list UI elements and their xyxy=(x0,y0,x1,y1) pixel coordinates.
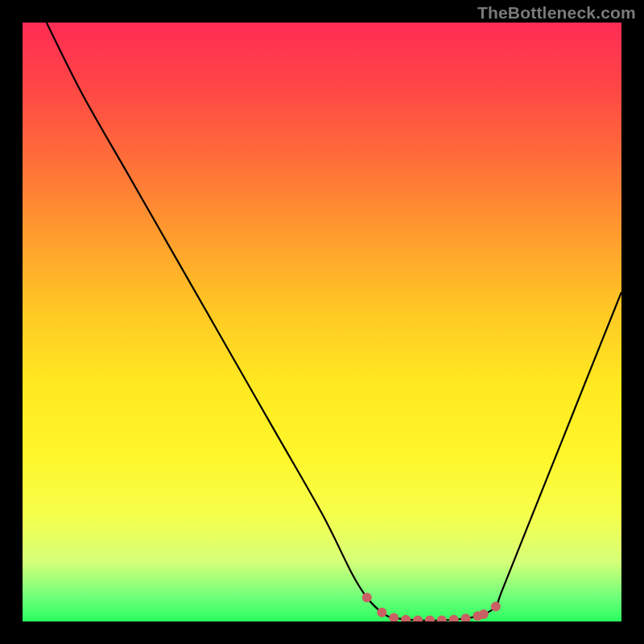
sweet-spot-marker xyxy=(491,601,501,611)
sweet-spot-marker xyxy=(401,615,411,621)
sweet-spot-marker xyxy=(425,616,435,621)
chart-svg xyxy=(23,23,621,621)
chart-plot-area xyxy=(23,23,621,621)
sweet-spot-marker xyxy=(461,613,471,621)
sweet-spot-marker xyxy=(479,609,489,619)
sweet-spot-marker xyxy=(449,615,459,621)
sweet-spot-marker xyxy=(413,616,423,621)
sweet-spot-marker xyxy=(362,592,372,602)
sweet-spot-marker xyxy=(437,616,447,621)
watermark-text: TheBottleneck.com xyxy=(477,3,636,23)
sweet-spot-markers xyxy=(362,592,501,621)
sweet-spot-marker xyxy=(389,613,398,621)
sweet-spot-marker xyxy=(377,608,386,617)
bottleneck-curve-line xyxy=(47,23,621,621)
